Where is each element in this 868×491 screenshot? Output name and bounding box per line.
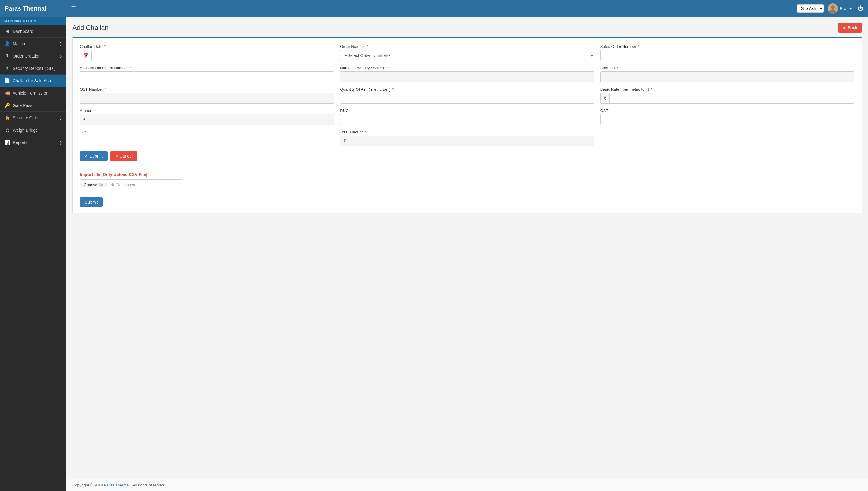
chevron-right-icon: ❯ [59,54,62,58]
calendar-icon: 📅 [83,53,88,58]
choose-file-button[interactable]: Choose file [80,182,107,187]
silo-ash-dropdown[interactable]: Silo Ash [797,4,824,13]
sidebar-item-label: Reports [13,140,27,145]
sidebar-item-order-creation[interactable]: ₹ Order Creation ❯ [0,50,66,62]
tcs-input[interactable] [80,136,334,146]
sidebar-item-security-gate[interactable]: 🔒 Security Gate ❯ [0,112,66,124]
add-challan-form: Challan Date * 📅 Order Number * [72,37,862,213]
basic-rate-group: Basic Rate ( per metric ton ) * ₹ [600,87,855,104]
back-button[interactable]: ⊕ Back [838,23,862,32]
empty-col [600,130,855,146]
chevron-right-icon: ❯ [59,116,62,120]
import-submit-button[interactable]: Submit [80,197,103,207]
required-marker: * [387,66,389,70]
copyright-text: Copyright © 2018 [72,483,103,487]
footer-brand-link[interactable]: Paras Thermal [104,483,130,487]
main-content: Add Challan ⊕ Back Challan Date * 📅 [66,17,868,479]
check-icon: ✓ [85,154,88,158]
challan-icon: 📄 [4,78,10,83]
sidebar-item-gate-pass[interactable]: 🔑 Gate Pass [0,99,66,112]
required-marker: * [616,66,618,70]
navbar-right: Silo Ash Profile ⏻ [797,3,863,13]
sidebar-item-challan[interactable]: 📄 Challan for Sale Ash [0,75,66,87]
weigh-bridge-icon: ⚖ [4,127,10,133]
order-number-group: Order Number * --Select Order Number-- [340,44,594,61]
quantity-ash-group: Quantity Of Ash ( metric ton ) * [340,87,594,104]
profile-label: Profile [840,6,852,11]
challan-date-group: Challan Date * 📅 [80,44,334,61]
footer: Copyright © 2018 Paras Thermal . All rig… [66,479,868,491]
account-document-number-input[interactable] [80,71,334,82]
ruc-input[interactable] [340,114,594,125]
sales-order-number-label: Sales Order Number * [600,44,855,49]
avatar [828,3,838,13]
cancel-label: Cancel [120,154,133,158]
hamburger-icon[interactable]: ☰ [71,5,76,12]
import-section: Import file [Only Upload CSV File] Choos… [80,167,855,207]
gst-group: GST [600,109,855,125]
power-icon[interactable]: ⏻ [858,5,863,12]
sidebar-item-label: Weigh Bridge [13,128,38,133]
calendar-icon-button[interactable]: 📅 [80,50,92,61]
ruc-group: RUC [340,109,594,125]
required-marker: * [638,44,640,49]
sidebar-item-master[interactable]: 👤 Master ❯ [0,38,66,50]
required-marker: * [130,66,131,70]
submit-label: Submit [89,154,103,158]
back-icon: ⊕ [843,25,847,30]
sidebar-item-label: Gate Pass [13,103,32,108]
required-marker: * [105,87,106,92]
sales-order-number-input[interactable] [600,50,855,61]
app-brand: Paras Thermal [5,5,71,12]
sidebar-item-dashboard[interactable]: ⊞ Dashboard [0,25,66,38]
submit-button[interactable]: ✓ Submit [80,151,108,161]
chevron-right-icon: ❯ [59,42,62,46]
page-header: Add Challan ⊕ Back [72,23,862,32]
order-number-select[interactable]: --Select Order Number-- [340,50,594,61]
back-label: Back [848,25,857,30]
challan-date-input[interactable] [92,50,334,61]
sidebar-item-label: Vehicle Permission [13,91,48,95]
amount-input-group: ₹ [80,114,334,125]
required-marker: * [367,44,368,49]
form-actions: ✓ Submit ✕ Cancel [80,151,855,161]
sidebar-item-security-deposit[interactable]: ₹ Security Deposit ( SD ) [0,62,66,75]
import-hint: [Only Upload CSV File] [102,172,147,177]
file-name-label: No file chosen [107,182,138,187]
basic-rate-input-group: ₹ [600,93,855,104]
sidebar-item-label: Dashboard [13,29,33,34]
sidebar-item-label: Challan for Sale Ash [13,78,51,83]
form-row-3: GST Number * Quantity Of Ash ( metric to… [80,87,855,104]
amount-group: Amount * ₹ [80,109,334,125]
challan-date-input-group: 📅 [80,50,334,61]
sidebar-section-title: MAIN NAVIGATION [0,17,66,25]
reports-icon: 📊 [4,140,10,145]
quantity-ash-input[interactable] [340,93,594,104]
gst-input[interactable] [600,114,855,125]
rupee-symbol-total: ₹ [340,136,349,146]
required-marker: * [95,109,96,113]
svg-point-1 [831,5,835,9]
gst-number-group: GST Number * [80,87,334,104]
challan-date-label: Challan Date * [80,44,334,49]
sidebar-item-label: Master [13,41,26,46]
times-icon: ✕ [115,154,118,158]
form-row-1: Challan Date * 📅 Order Number * [80,44,855,61]
total-amount-group: Total Amount * ₹ [340,130,594,146]
top-navbar: Paras Thermal ☰ Silo Ash Profile ⏻ [0,0,868,17]
sales-order-number-group: Sales Order Number * [600,44,855,61]
sidebar-item-weigh-bridge[interactable]: ⚖ Weigh Bridge [0,124,66,137]
gst-number-label: GST Number * [80,87,334,92]
security-deposit-icon: ₹ [4,66,10,71]
dashboard-icon: ⊞ [4,29,10,34]
cancel-button[interactable]: ✕ Cancel [110,151,138,161]
profile-button[interactable]: Profile [828,3,852,13]
order-number-label: Order Number * [340,44,594,49]
required-marker: * [364,130,366,134]
sidebar-item-vehicle-permission[interactable]: 🚚 Vehicle Permission [0,87,66,99]
sidebar-item-reports[interactable]: 📊 Reports ❯ [0,137,66,149]
address-input [600,71,855,82]
basic-rate-label: Basic Rate ( per metric ton ) * [600,87,855,92]
quantity-ash-label: Quantity Of Ash ( metric ton ) * [340,87,594,92]
basic-rate-input[interactable] [610,93,854,103]
